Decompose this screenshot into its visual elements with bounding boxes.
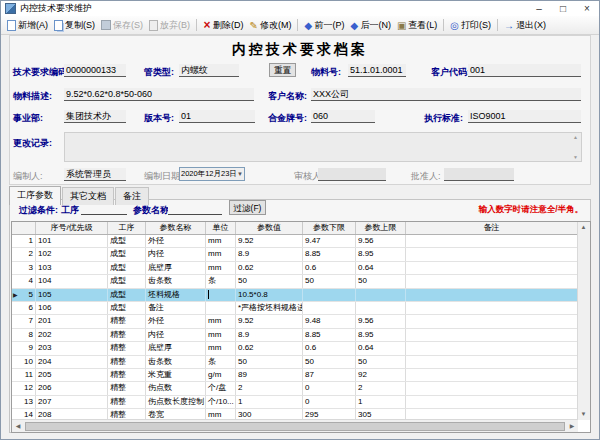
grid-header-cell[interactable]	[12, 222, 36, 234]
grid-cell[interactable]: 50	[356, 275, 406, 287]
grid-cell[interactable]: 92	[356, 369, 406, 381]
table-row[interactable]: 6106成型备注*严格按坯料规格进行上料。	[12, 302, 578, 315]
grid-cell[interactable]: 104	[36, 275, 108, 287]
grid-cell[interactable]	[406, 396, 578, 408]
grid-cell[interactable]: 内径	[146, 248, 206, 260]
row-selector[interactable]: 9	[12, 342, 36, 354]
grid-cell[interactable]: mm	[206, 342, 236, 354]
pipe-type-field[interactable]: 内螺纹	[179, 64, 239, 77]
grid-cell[interactable]: 102	[36, 248, 108, 260]
exit-button[interactable]: →退出(X)	[501, 18, 549, 33]
grid-cell[interactable]	[303, 289, 356, 301]
grid-cell[interactable]	[206, 302, 236, 314]
grid-cell[interactable]: 精整	[108, 315, 146, 327]
grid-cell[interactable]: 206	[36, 382, 108, 394]
grid-cell[interactable]: 齿条数	[146, 356, 206, 368]
scroll-right-icon[interactable]: ▶	[566, 421, 578, 432]
grid-cell[interactable]: mm	[206, 262, 236, 274]
grid-cell[interactable]: 9.56	[356, 315, 406, 327]
grid-cell[interactable]: 伤点数长度控制	[146, 396, 206, 408]
copy-button[interactable]: 复制(S)	[51, 18, 98, 33]
reviewer-field[interactable]	[318, 168, 386, 181]
maximize-button[interactable]: □	[551, 1, 575, 16]
grid-cell[interactable]: 203	[36, 342, 108, 354]
reset-button[interactable]: 重置	[269, 63, 296, 77]
tab-other-docs[interactable]: 其它文档	[62, 187, 114, 205]
prev-button[interactable]: ◆前一(P)	[301, 18, 347, 33]
grid-cell[interactable]: mm	[206, 315, 236, 327]
grid-cell[interactable]: 207	[36, 396, 108, 408]
row-selector[interactable]: 6	[12, 302, 36, 314]
view-button[interactable]: ▣查看(L)	[394, 18, 440, 33]
row-selector[interactable]: 12	[12, 382, 36, 394]
approver-field[interactable]	[444, 168, 514, 181]
grid-cell[interactable]: 8.85	[303, 329, 356, 341]
grid-cell[interactable]: 8.9	[236, 248, 303, 260]
grid-cell[interactable]: 9.48	[303, 315, 356, 327]
grid-cell[interactable]: 50	[236, 356, 303, 368]
grid-cell[interactable]	[406, 275, 578, 287]
filter-button[interactable]: 过滤(F)	[229, 200, 266, 215]
material-no-field[interactable]: 51.1.01.0001	[348, 64, 406, 77]
filter-param-input[interactable]	[168, 202, 222, 215]
grid-cell[interactable]: 1	[356, 396, 406, 408]
grid-cell[interactable]: 204	[36, 356, 108, 368]
grid-cell[interactable]	[406, 329, 578, 341]
grid-cell[interactable]: 成型	[108, 235, 146, 247]
grid-cell[interactable]: mm	[206, 329, 236, 341]
grid-cell[interactable]	[406, 382, 578, 394]
grid-cell[interactable]: 9.47	[303, 235, 356, 247]
grid-cell[interactable]: 条	[206, 275, 236, 287]
row-selector[interactable]: 8	[12, 329, 36, 341]
creator-field[interactable]: 系统管理员	[64, 168, 126, 181]
grid-cell[interactable]	[406, 315, 578, 327]
grid-cell[interactable]: 精整	[108, 369, 146, 381]
grid-cell[interactable]	[356, 289, 406, 301]
grid-cell[interactable]: 底壁厚	[146, 262, 206, 274]
close-button[interactable]: ×	[575, 1, 599, 16]
grid-header-cell[interactable]: 单位	[206, 222, 236, 234]
grid-header-cell[interactable]: 参数上限	[356, 222, 406, 234]
save-button[interactable]: 保存(S)	[98, 18, 146, 33]
grid-cell[interactable]: 外径	[146, 315, 206, 327]
grid-cell[interactable]	[303, 302, 356, 314]
grid-cell[interactable]: 备注	[146, 302, 206, 314]
scrollbar-thumb[interactable]	[25, 422, 565, 431]
grid-cell[interactable]	[406, 248, 578, 260]
grid-cell[interactable]: 成型	[108, 248, 146, 260]
grid-cell[interactable]: 内径	[146, 329, 206, 341]
next-button[interactable]: ◆后一(N)	[347, 18, 394, 33]
modify-button[interactable]: ✎修改(M)	[247, 18, 295, 33]
row-selector[interactable]: 3	[12, 262, 36, 274]
grid-cell[interactable]: mm	[206, 235, 236, 247]
grid-cell[interactable]: 0.62	[236, 342, 303, 354]
customer-code-field[interactable]: 001	[468, 64, 581, 77]
table-row[interactable]: 3103成型底壁厚mm0.620.60.64	[12, 262, 578, 275]
row-selector[interactable]: 7	[12, 315, 36, 327]
tab-remarks[interactable]: 备注	[115, 187, 149, 205]
grid-cell[interactable]	[406, 369, 578, 381]
change-log-scrollbar[interactable]: ▲ ▼	[571, 134, 580, 160]
grid-cell[interactable]	[406, 289, 578, 301]
grid-cell[interactable]: 精整	[108, 356, 146, 368]
grid-cell[interactable]: 9.56	[356, 235, 406, 247]
grid-cell[interactable]: 50	[303, 275, 356, 287]
grid-cell[interactable]: 精整	[108, 396, 146, 408]
grid-cell[interactable]: 89	[236, 369, 303, 381]
grid-cell[interactable]	[406, 235, 578, 247]
row-selector[interactable]: 2	[12, 248, 36, 260]
grid-cell[interactable]: 0.6	[303, 262, 356, 274]
grid-cell[interactable]: 50	[356, 356, 406, 368]
alloy-field[interactable]: 060	[311, 110, 375, 123]
table-row[interactable]: 9203精整底壁厚mm0.620.60.64	[12, 342, 578, 355]
titlebar[interactable]: 内控技术要求维护 – □ ×	[1, 1, 599, 16]
table-row[interactable]: 8202精整内径mm8.98.858.95	[12, 329, 578, 342]
change-log-field[interactable]: ▲ ▼	[64, 132, 582, 162]
grid-cell[interactable]: 0	[303, 396, 356, 408]
table-row[interactable]: 7201精整外径mm9.529.489.56	[12, 315, 578, 328]
table-row[interactable]: 2102成型内径mm8.98.858.95	[12, 248, 578, 261]
grid-cell[interactable]	[406, 262, 578, 274]
grid-cell[interactable]: 齿条数	[146, 275, 206, 287]
grid-cell[interactable]: 10.5*0.8	[236, 289, 303, 301]
grid-header-cell[interactable]: 参数名称	[146, 222, 206, 234]
